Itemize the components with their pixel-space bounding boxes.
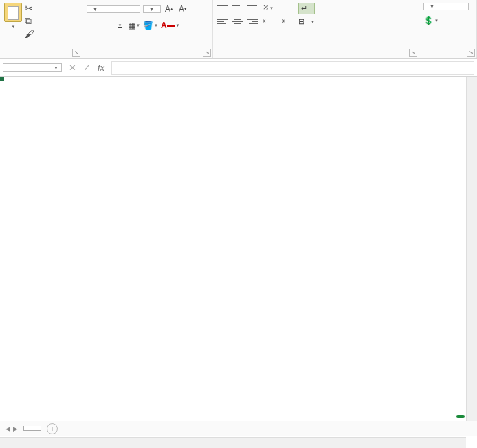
merge-icon: ⊟ <box>298 17 304 26</box>
group-number: ▼ 💲▼ ↘ <box>419 0 477 58</box>
chevron-down-icon[interactable]: ▼ <box>12 25 16 29</box>
merge-center-button[interactable]: ⊟▼ <box>298 17 315 26</box>
dialog-launcher-icon[interactable]: ↘ <box>467 49 475 57</box>
enter-icon[interactable]: ✓ <box>83 63 91 73</box>
bold-button[interactable] <box>87 19 98 32</box>
group-label-alignment <box>217 56 414 57</box>
italic-button[interactable] <box>100 19 111 32</box>
underline-button[interactable]: ▼ <box>114 19 125 32</box>
formula-input[interactable] <box>111 61 474 75</box>
group-label-number <box>423 56 472 57</box>
dialog-launcher-icon[interactable]: ↘ <box>72 49 80 57</box>
sheet-tab[interactable] <box>23 426 41 431</box>
worksheet-grid[interactable] <box>0 77 477 432</box>
cancel-icon[interactable]: ✕ <box>69 63 76 73</box>
tab-nav-next-icon[interactable]: ▶ <box>13 425 18 432</box>
wrap-text-button[interactable]: ↵ <box>298 3 315 14</box>
wrap-icon: ↵ <box>301 4 307 13</box>
sheet-tab-bar: ◀ ▶ + <box>0 421 477 436</box>
dialog-launcher-icon[interactable]: ↘ <box>203 49 211 57</box>
group-alignment: ⤭▼ ⇤ ⇥ ↵ ⊟▼ ↘ <box>213 0 419 58</box>
group-label-font <box>87 56 208 57</box>
number-format-select[interactable]: ▼ <box>423 3 469 10</box>
align-left-icon[interactable] <box>217 16 228 26</box>
increase-indent-icon[interactable]: ⇥ <box>279 16 291 26</box>
dialog-launcher-icon[interactable]: ↘ <box>409 49 417 57</box>
fx-icon[interactable]: fx <box>98 63 104 73</box>
tab-nav-prev-icon[interactable]: ◀ <box>5 425 10 432</box>
increase-font-icon[interactable]: A▴ <box>164 3 175 15</box>
align-top-icon[interactable] <box>217 3 228 12</box>
add-sheet-button[interactable]: + <box>47 423 58 434</box>
formula-bar: ▼ ✕ ✓ fx <box>0 59 477 77</box>
align-right-icon[interactable] <box>247 16 258 26</box>
name-box[interactable]: ▼ <box>3 63 62 72</box>
horizontal-scrollbar[interactable] <box>0 437 466 448</box>
align-bottom-icon[interactable] <box>247 3 258 12</box>
font-name-select[interactable]: ▼ <box>87 5 140 13</box>
copy-icon[interactable]: ⧉ <box>25 15 34 27</box>
accounting-format-icon[interactable]: 💲▼ <box>423 14 439 27</box>
decrease-font-icon[interactable]: A▾ <box>177 3 188 15</box>
percent-icon[interactable] <box>441 14 452 27</box>
ribbon: ▼ ✂ ⧉ 🖌 ↘ ▼ ▼ A▴ A▾ ▼ ▦▼ 🪣▼ <box>0 0 477 59</box>
font-size-select[interactable]: ▼ <box>143 5 161 13</box>
comma-style-icon[interactable] <box>455 14 466 27</box>
fill-handle[interactable] <box>0 77 4 81</box>
vertical-scrollbar[interactable] <box>466 77 477 421</box>
format-painter-icon[interactable]: 🖌 <box>25 28 34 39</box>
group-clipboard: ▼ ✂ ⧉ 🖌 ↘ <box>0 0 82 58</box>
paste-icon[interactable] <box>4 3 22 22</box>
cut-icon[interactable]: ✂ <box>25 3 34 14</box>
group-font: ▼ ▼ A▴ A▾ ▼ ▦▼ 🪣▼ A▼ ↘ <box>82 0 213 58</box>
align-center-icon[interactable] <box>232 16 243 26</box>
align-middle-icon[interactable] <box>232 3 243 12</box>
decrease-indent-icon[interactable]: ⇤ <box>263 16 275 26</box>
group-label-clipboard <box>4 56 78 57</box>
orientation-icon[interactable]: ⤭▼ <box>263 3 275 12</box>
font-color-button[interactable]: A▼ <box>161 19 180 32</box>
watermark <box>456 415 465 418</box>
fill-color-button[interactable]: 🪣▼ <box>143 19 158 32</box>
borders-button[interactable]: ▦▼ <box>128 19 140 32</box>
